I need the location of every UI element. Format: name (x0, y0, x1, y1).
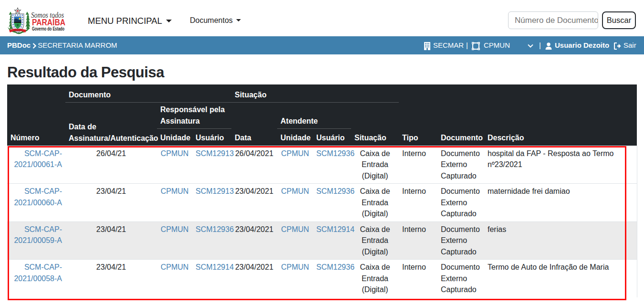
svg-text:Governo do Estado: Governo do Estado (32, 26, 64, 32)
svg-text:PARAÍBA: PARAÍBA (32, 17, 65, 27)
